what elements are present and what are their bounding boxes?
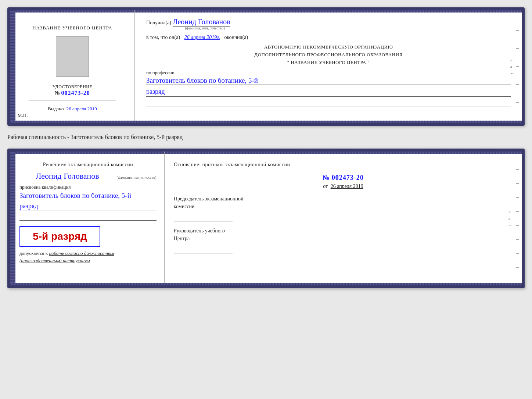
tick-5 — [516, 102, 519, 103]
issued-label: Выдано — [48, 106, 64, 111]
tick-4 — [516, 84, 519, 85]
cert-number-block: УДОСТОВЕРЕНИЕ № 002473-20 — [53, 84, 93, 96]
admission-text1: допускается к — [19, 250, 48, 256]
vtom-line: в том, что он(а) 26 апреля 2019г. окончи… — [146, 35, 511, 40]
admission-italic: работе согласно должностным — [49, 250, 114, 256]
chairman-label: Председатель экзаменационной комиссии — [174, 195, 513, 210]
director-label: Руководитель учебного Центра — [174, 227, 513, 242]
exam-empty-line — [19, 213, 157, 221]
exam-tick-2 — [516, 183, 519, 184]
exam-right-label-a: а — [508, 216, 513, 221]
issued-line: Выдано 26 апреля 2019 — [48, 106, 97, 112]
certificate-card: НАЗВАНИЕ УЧЕБНОГО ЦЕНТРА УДОСТОВЕРЕНИЕ №… — [7, 7, 525, 126]
exam-tick-4 — [516, 211, 519, 212]
right-labels: и а ← — [510, 58, 514, 75]
right-label-a: а — [510, 64, 514, 69]
specialty-label: Рабочая специальность - Заготовитель бло… — [7, 132, 525, 142]
exam-name: Леонид Голованов — [20, 171, 115, 181]
chairman-signature — [174, 212, 233, 221]
right-ticks — [516, 21, 519, 112]
cert-right-panel: Получил(а) Леонид Голованов – (фамилия, … — [135, 10, 522, 123]
org-line1: АВТОНОМНУЮ НЕКОММЕРЧЕСКУЮ ОРГАНИЗАЦИЮ — [146, 43, 511, 51]
grade-display: 5-й разряд — [33, 231, 87, 242]
org-line3: " НАЗВАНИЕ УЧЕБНОГО ЦЕНТРА " — [146, 59, 511, 67]
exam-rank: разряд — [19, 202, 157, 210]
admission-text: допускается к работе согласно должностны… — [19, 250, 157, 264]
vtom-text: в том, что он(а) — [146, 35, 180, 40]
exam-right-label-i: и — [508, 210, 513, 214]
exam-tick-3 — [516, 197, 519, 198]
cert-label: УДОСТОВЕРЕНИЕ — [53, 84, 93, 90]
admission-italic2: (производственным) инструкциям — [19, 258, 90, 263]
exam-right-ticks — [516, 163, 519, 274]
exam-left-border — [10, 152, 15, 285]
empty-line — [146, 100, 511, 107]
exam-name-block: Леонид Голованов (фамилия, имя, отчество… — [19, 171, 157, 181]
profession-label: по профессии — [146, 70, 511, 76]
date-prefix: от — [323, 184, 328, 189]
chairman-label2: комиссии — [174, 203, 513, 210]
org-block: АВТОНОМНУЮ НЕКОММЕРЧЕСКУЮ ОРГАНИЗАЦИЮ ДО… — [146, 43, 511, 66]
mp-label: М.П. — [18, 113, 28, 118]
qualification-label: присвоена квалификация — [19, 184, 157, 190]
director-signature — [174, 244, 233, 253]
tick-2 — [516, 48, 519, 49]
exam-tick-5 — [516, 225, 519, 226]
protocol-date: от 26 апреля 2019 — [174, 184, 513, 189]
tick-3 — [516, 66, 519, 67]
exam-card: Решением экзаменационной комиссии Леонид… — [7, 149, 525, 288]
qualification-name: Заготовитель блоков по ботанике, 5-й — [19, 192, 157, 200]
cert-left-panel: НАЗВАНИЕ УЧЕБНОГО ЦЕНТРА УДОСТОВЕРЕНИЕ №… — [10, 10, 135, 123]
exam-tick-8 — [516, 267, 519, 268]
okончил-text: окончил(а) — [224, 35, 248, 40]
right-label-lt: ← — [510, 71, 514, 75]
exam-right-labels: и а ← — [508, 210, 513, 227]
date-value: 26 апреля 2019 — [331, 184, 363, 189]
exam-header: Решением экзаменационной комиссии — [19, 161, 157, 168]
rank-handwritten: разряд — [146, 88, 511, 97]
page-wrapper: НАЗВАНИЕ УЧЕБНОГО ЦЕНТРА УДОСТОВЕРЕНИЕ №… — [7, 7, 525, 288]
grade-box: 5-й разряд — [19, 226, 100, 247]
recipient-name: Леонид Голованов — [173, 18, 230, 27]
exam-right-label-lt: ← — [508, 223, 513, 227]
director-label2: Центра — [174, 235, 513, 242]
issued-date: 26 апреля 2019 — [66, 106, 97, 111]
protocol-num: 002473-20 — [332, 174, 364, 181]
cert-prefix: № — [55, 90, 60, 96]
exam-right-panel: Основание: протокол экзаменационной коми… — [165, 152, 522, 285]
profession-name: Заготовитель блоков по ботанике, 5-й — [146, 76, 511, 85]
exam-tick-1 — [516, 169, 519, 170]
director-label1: Руководитель учебного — [174, 227, 513, 235]
recipient-line: Получил(а) Леонид Голованов – (фамилия, … — [146, 18, 511, 30]
right-label-i: и — [510, 58, 514, 62]
left-border-deco — [10, 10, 15, 123]
exam-field-note: (фамилия, имя, отчество) — [117, 175, 157, 179]
tick-1 — [516, 30, 519, 31]
basis-label: Основание: протокол экзаменационной коми… — [174, 161, 513, 168]
training-center-title-left: НАЗВАНИЕ УЧЕБНОГО ЦЕНТРА — [32, 25, 112, 31]
exam-tick-7 — [516, 253, 519, 254]
recipient-prefix: Получил(а) — [146, 20, 171, 26]
exam-tick-6 — [516, 239, 519, 240]
org-line2: ДОПОЛНИТЕЛЬНОГО ПРОФЕССИОНАЛЬНОГО ОБРАЗО… — [146, 51, 511, 59]
exam-left-panel: Решением экзаменационной комиссии Леонид… — [10, 152, 165, 285]
protocol-prefix: № — [323, 174, 330, 181]
photo-placeholder — [56, 36, 89, 77]
vtom-date: 26 апреля 2019г. — [184, 35, 220, 40]
cert-number: 002473-20 — [61, 90, 90, 96]
protocol-number: № 002473-20 — [174, 174, 513, 182]
chairman-label1: Председатель экзаменационной — [174, 195, 513, 203]
